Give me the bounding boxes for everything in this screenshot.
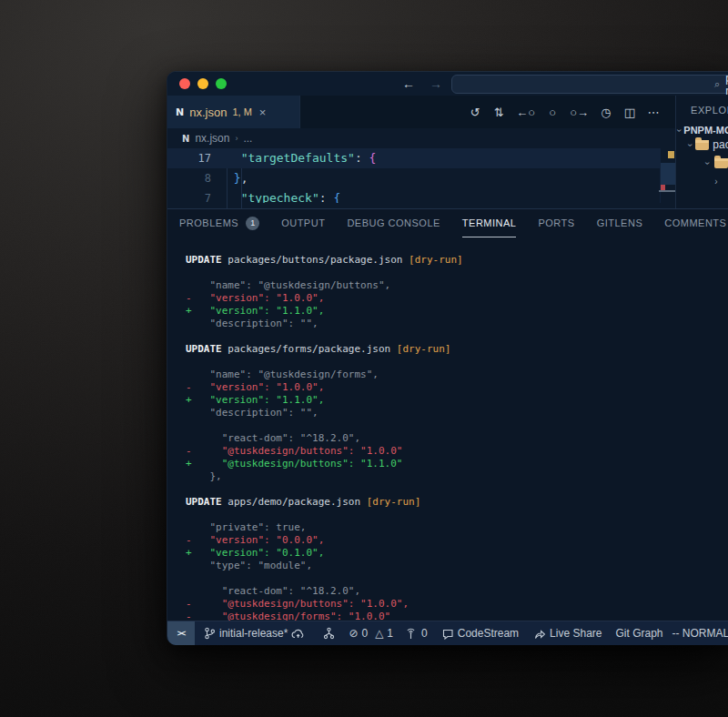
terminal-line bbox=[186, 483, 728, 496]
git-graph-status-item[interactable]: Git Graph bbox=[615, 627, 662, 640]
git-fork-icon bbox=[323, 627, 335, 640]
navigate-forward-button[interactable]: → bbox=[430, 76, 442, 91]
git-graph-label: Git Graph bbox=[615, 627, 662, 640]
nx-file-icon: N bbox=[176, 106, 184, 118]
indent-guide bbox=[227, 168, 228, 208]
panel-tab-comments[interactable]: COMMENTS bbox=[664, 209, 726, 237]
editor-line-17[interactable]: 17 "targetDefaults": { bbox=[167, 148, 728, 168]
live-share-status-item[interactable]: Live Share bbox=[533, 627, 602, 640]
codestream-icon bbox=[441, 628, 454, 640]
minimap-cursor-line-marker bbox=[659, 190, 676, 192]
terminal-output[interactable]: UPDATE packages/buttons/package.json [dr… bbox=[167, 237, 728, 621]
terminal-line: - "version": "0.0.0", bbox=[186, 534, 728, 547]
panel-tab-output[interactable]: OUTPUT bbox=[281, 209, 325, 237]
vim-mode-indicator: -- NORMAL -- bbox=[672, 627, 728, 640]
explorer-root-folder[interactable]: › PNPM-MONOREPO bbox=[678, 125, 728, 136]
error-count: 0 bbox=[361, 627, 368, 640]
panel-tab-debug-console[interactable]: DEBUG CONSOLE bbox=[347, 209, 440, 237]
live-share-icon bbox=[533, 628, 546, 640]
panel-tab-ports[interactable]: PORTS bbox=[538, 209, 574, 237]
line-number: 17 bbox=[167, 148, 211, 168]
panel-tab-label: OUTPUT bbox=[281, 209, 325, 237]
terminal-line bbox=[186, 572, 728, 585]
terminal-line: - "version": "1.0.0", bbox=[186, 292, 728, 305]
chevron-right-icon: › bbox=[235, 134, 238, 143]
file-blame-clock-icon[interactable]: ◷ bbox=[600, 106, 612, 119]
explorer-tree-item[interactable]: › bbox=[676, 154, 728, 172]
traffic-lights bbox=[179, 78, 227, 89]
breadcrumb-section[interactable]: ... bbox=[243, 132, 252, 145]
explorer-tree-item[interactable]: › bbox=[676, 172, 728, 190]
search-icon: ⌕ bbox=[714, 78, 720, 90]
code-text: "typecheck": { bbox=[227, 188, 340, 203]
editor-line-8[interactable]: 8 }, bbox=[167, 168, 728, 188]
terminal-line: - "version": "1.0.0", bbox=[186, 381, 728, 394]
close-window-button[interactable] bbox=[179, 78, 190, 89]
problems-count-badge: 1 bbox=[246, 217, 259, 230]
terminal-line bbox=[186, 356, 728, 369]
code-text: "targetDefaults": { bbox=[227, 148, 376, 168]
chevron-down-icon: › bbox=[703, 159, 713, 167]
panel-tab-label: PORTS bbox=[538, 209, 574, 237]
editor-line-7[interactable]: 7 "typecheck": { bbox=[167, 188, 728, 203]
terminal-line: + "version": "1.1.0", bbox=[186, 305, 728, 318]
terminal-line: + "version": "1.1.0", bbox=[186, 394, 728, 407]
panel-tab-label: DEBUG CONSOLE bbox=[347, 209, 440, 237]
line-number: 8 bbox=[167, 168, 211, 188]
panel-tab-terminal[interactable]: TERMINAL bbox=[462, 209, 517, 237]
chevron-down-icon: › bbox=[675, 128, 684, 131]
previous-change-icon[interactable]: ←○ bbox=[516, 106, 535, 119]
tab-label: nx.json bbox=[189, 106, 227, 119]
tree-item-label: packages bbox=[713, 138, 728, 151]
problems-status-item[interactable]: ⊘ 0 △ 1 bbox=[349, 627, 393, 640]
terminal-line: "react-dom": "^18.2.0", bbox=[186, 432, 728, 445]
terminal-line: - "@tuskdesign/buttons": "1.0.0" bbox=[186, 445, 728, 458]
git-branch-icon bbox=[204, 627, 216, 640]
explorer-tree-item[interactable]: ›packages bbox=[676, 136, 728, 154]
panel-tab-label: PROBLEMS bbox=[179, 209, 238, 237]
minimap-viewport[interactable] bbox=[661, 163, 676, 185]
panel-tab-problems[interactable]: PROBLEMS1 bbox=[179, 209, 259, 237]
terminal-line: "type": "module", bbox=[186, 560, 728, 572]
vscode-window: ← → ⌕ pnpm-monorepo N nx.json 1, M × ↺⇅←… bbox=[167, 71, 728, 645]
codestream-label: CodeStream bbox=[458, 627, 519, 640]
panel-tab-label: COMMENTS bbox=[664, 209, 726, 237]
panel-tab-label: TERMINAL bbox=[462, 209, 517, 237]
terminal-line: "name": "@tuskdesign/forms", bbox=[186, 369, 728, 381]
terminal-line bbox=[186, 267, 728, 279]
terminal-line: "description": "", bbox=[186, 407, 728, 419]
panel-tab-bar: PROBLEMS1OUTPUTDEBUG CONSOLETERMINALPORT… bbox=[167, 209, 728, 237]
more-actions-icon[interactable]: ⋯ bbox=[647, 106, 660, 119]
status-bar: >< initial-release* ⊘ 0 △ 1 bbox=[167, 621, 728, 645]
code-editor[interactable]: 17 "targetDefaults": {8 },7 "typecheck":… bbox=[167, 148, 728, 208]
chevron-down-icon: › bbox=[685, 143, 695, 146]
branch-name: initial-release* bbox=[219, 627, 288, 640]
editor-actions-toolbar: ↺⇅←○○○→◷◫⋯ bbox=[469, 96, 660, 128]
bottom-panel: PROBLEMS1OUTPUTDEBUG CONSOLETERMINALPORT… bbox=[167, 208, 728, 621]
panel-tab-gitlens[interactable]: GITLENS bbox=[597, 209, 643, 237]
codestream-status-item[interactable]: CodeStream bbox=[441, 627, 519, 640]
timeline-history-icon[interactable]: ↺ bbox=[469, 106, 481, 119]
navigate-back-button[interactable]: ← bbox=[402, 76, 415, 91]
command-center-search[interactable]: ⌕ pnpm-monorepo bbox=[451, 75, 728, 94]
git-branch-item[interactable]: initial-release* bbox=[204, 627, 305, 640]
breadcrumb-file[interactable]: nx.json bbox=[195, 132, 229, 145]
root-folder-label: PNPM-MONOREPO bbox=[683, 125, 728, 136]
zoom-window-button[interactable] bbox=[216, 78, 227, 89]
error-icon: ⊘ bbox=[349, 627, 358, 640]
ports-status-item[interactable]: 0 bbox=[404, 627, 428, 640]
ports-count: 0 bbox=[421, 627, 428, 640]
close-tab-icon[interactable]: × bbox=[259, 106, 267, 119]
vim-mode-text: -- NORMAL -- bbox=[672, 627, 728, 640]
minimize-window-button[interactable] bbox=[197, 78, 208, 89]
terminal-line: - "@tuskdesign/buttons": "1.0.0", bbox=[186, 598, 728, 611]
minimap[interactable] bbox=[660, 148, 676, 203]
remote-indicator[interactable]: >< bbox=[167, 621, 195, 645]
next-change-icon[interactable]: ○→ bbox=[570, 106, 589, 119]
gitlens-branch-item[interactable] bbox=[323, 627, 335, 640]
open-changes-icon[interactable]: ⇅ bbox=[492, 106, 505, 119]
tab-nx-json[interactable]: N nx.json 1, M × bbox=[167, 96, 300, 128]
live-share-label: Live Share bbox=[550, 627, 602, 640]
compare-change-icon[interactable]: ○ bbox=[546, 106, 559, 119]
split-editor-icon[interactable]: ◫ bbox=[623, 106, 636, 119]
